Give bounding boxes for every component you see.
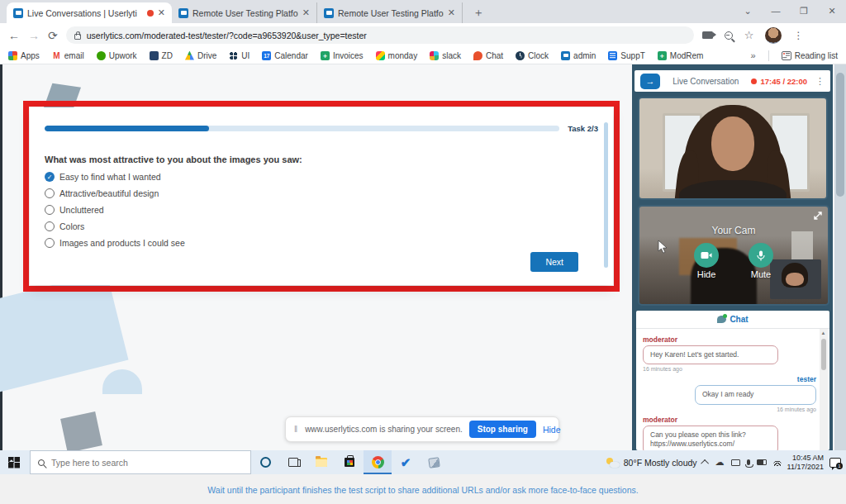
hide-camera-button[interactable]: Hide (694, 243, 719, 279)
expand-icon[interactable] (813, 211, 823, 221)
bookmarks-overflow-chevron[interactable]: » (751, 50, 756, 60)
chat-message: moderator Hey Karen! Let's get started. … (643, 335, 816, 372)
close-tab-icon[interactable]: ✕ (158, 7, 165, 18)
radio-icon[interactable] (45, 238, 55, 248)
bookmark-chat[interactable]: Chat (473, 51, 503, 60)
message-author: moderator (643, 416, 816, 424)
window-controls: ⌄ — ❐ ✕ (734, 0, 846, 21)
network-icon[interactable] (773, 459, 782, 466)
bookmark-apps[interactable]: Apps (8, 51, 40, 60)
pinned-app-button-2[interactable] (420, 450, 448, 474)
bookmark-monday[interactable]: monday (376, 51, 418, 60)
decor-semicircle (102, 369, 142, 394)
forward-icon[interactable]: → (28, 29, 40, 42)
tab-remote-testing-2[interactable]: Remote User Testing Platform | U ✕ (317, 2, 463, 23)
tab-live-conversations[interactable]: Live Conversations | Userlyti ✕ (7, 2, 172, 23)
pinned-app-button[interactable]: ✔ (392, 450, 420, 474)
url-field[interactable]: userlytics.com/moderated-test/tester/?co… (66, 26, 694, 44)
cortana-button[interactable] (251, 450, 279, 474)
close-tab-icon[interactable]: ✕ (448, 7, 455, 18)
radio-icon[interactable] (45, 221, 55, 231)
chat-scrollbar[interactable]: ▲ (820, 329, 828, 450)
bookmark-star-icon[interactable]: ☆ (744, 29, 754, 41)
microsoft-store-button[interactable] (335, 450, 364, 474)
tab-title: Remote User Testing Platform | U (338, 8, 444, 18)
chat-messages[interactable]: moderator Hey Karen! Let's get started. … (636, 329, 829, 450)
panel-menu-icon[interactable]: ⋮ (815, 76, 825, 87)
hide-share-banner-link[interactable]: Hide (543, 425, 561, 435)
tab-search-chevron-icon[interactable]: ⌄ (734, 6, 762, 17)
bookmark-suppt[interactable]: SuppT (608, 51, 644, 60)
taskbar-search[interactable] (30, 450, 251, 474)
survey-scrollbar[interactable] (604, 122, 608, 268)
scrollbar-thumb[interactable] (821, 339, 826, 370)
scrollbar-thumb[interactable] (836, 73, 844, 197)
minimize-button[interactable]: — (762, 6, 790, 16)
task-view-icon (288, 458, 298, 467)
weather-widget[interactable]: 80°F Mostly cloudy (606, 458, 697, 468)
radio-icon[interactable] (45, 205, 55, 215)
bookmark-admin[interactable]: admin (561, 51, 596, 60)
mute-microphone-button[interactable]: Mute (749, 243, 773, 279)
bookmark-slack[interactable]: slack (430, 51, 461, 60)
bookmark-upwork[interactable]: Upwork (97, 51, 137, 60)
taskbar-clock[interactable]: 10:45 AM 11/17/2021 (787, 454, 824, 471)
reading-list-button[interactable]: Reading list (782, 51, 838, 60)
option-images-products[interactable]: Images and products I could see (45, 238, 598, 248)
zoom-out-indicator-icon[interactable] (725, 31, 733, 40)
chrome-taskbar-button[interactable] (364, 450, 392, 474)
display-icon[interactable] (731, 459, 740, 466)
bookmark-clock[interactable]: Clock (516, 51, 549, 60)
onedrive-cloud-icon[interactable]: ☁ (715, 457, 725, 468)
tab-remote-testing-1[interactable]: Remote User Testing Platform | U ✕ (172, 2, 317, 23)
scroll-up-icon[interactable]: ▲ (821, 330, 826, 335)
battery-icon[interactable] (757, 459, 767, 465)
bookmark-calendar[interactable]: 17Calendar (262, 51, 308, 60)
microphone-icon[interactable] (749, 243, 773, 268)
profile-avatar[interactable] (765, 27, 782, 44)
camera-icon[interactable] (694, 243, 719, 268)
back-icon[interactable]: ← (8, 29, 20, 42)
new-tab-button[interactable]: ＋ (463, 2, 494, 23)
bookmark-zd[interactable]: ZD (150, 51, 173, 60)
bookmark-drive[interactable]: Drive (185, 51, 216, 60)
bookmark-ui[interactable]: UI (229, 51, 250, 60)
restore-button[interactable]: ❐ (790, 6, 818, 17)
close-window-button[interactable]: ✕ (818, 6, 846, 17)
page-scrollbar[interactable] (834, 64, 846, 450)
stop-sharing-button[interactable]: Stop sharing (469, 421, 536, 438)
refresh-icon[interactable]: ⟳ (48, 29, 58, 42)
close-tab-icon[interactable]: ✕ (302, 7, 310, 18)
tray-expand-icon[interactable] (701, 459, 709, 468)
microphone-tray-icon[interactable] (747, 459, 750, 465)
option-attractive-design[interactable]: Attractive/beautiful design (45, 188, 598, 198)
radio-icon[interactable] (45, 188, 55, 198)
modrem-icon: ＋ (658, 51, 667, 60)
search-input[interactable] (51, 458, 216, 468)
address-bar: ← → ⟳ userlytics.com/moderated-test/test… (0, 23, 846, 47)
next-button[interactable]: Next (530, 252, 578, 272)
radio-selected-icon[interactable]: ✓ (45, 172, 55, 182)
calendar-icon: 17 (262, 51, 271, 60)
file-explorer-button[interactable] (307, 450, 335, 474)
option-colors[interactable]: Colors (45, 221, 598, 231)
participant-video[interactable] (638, 97, 828, 200)
userlytics-favicon (324, 8, 334, 18)
option-easy-to-find[interactable]: ✓ Easy to find what I wanted (45, 172, 598, 182)
bookmark-email[interactable]: Memail (52, 51, 84, 60)
your-cam-label: Your Cam (639, 225, 828, 236)
option-uncluttered[interactable]: Uncluttered (45, 205, 598, 215)
drag-handle-icon[interactable]: ‖ (294, 425, 298, 434)
your-cam-video[interactable]: Your Cam Hide Mute (638, 205, 829, 306)
participant-face (711, 116, 754, 171)
start-button-icon[interactable] (8, 457, 20, 468)
collapse-panel-arrow-button[interactable]: → (640, 74, 660, 89)
bookmark-modrem[interactable]: ＋ModRem (658, 51, 704, 60)
bookmark-invoices[interactable]: ＋Invoices (321, 51, 364, 60)
page-url: userlytics.com/moderated-test/tester/?co… (87, 31, 367, 40)
tab-camera-indicator-icon[interactable] (702, 31, 713, 39)
task-view-button[interactable] (279, 450, 307, 474)
browser-menu-icon[interactable]: ⋮ (793, 30, 803, 41)
notification-center-icon[interactable]: 1 (829, 458, 841, 468)
annotation-highlight-rectangle: Task 2/3 What was most attractive to you… (23, 101, 620, 292)
